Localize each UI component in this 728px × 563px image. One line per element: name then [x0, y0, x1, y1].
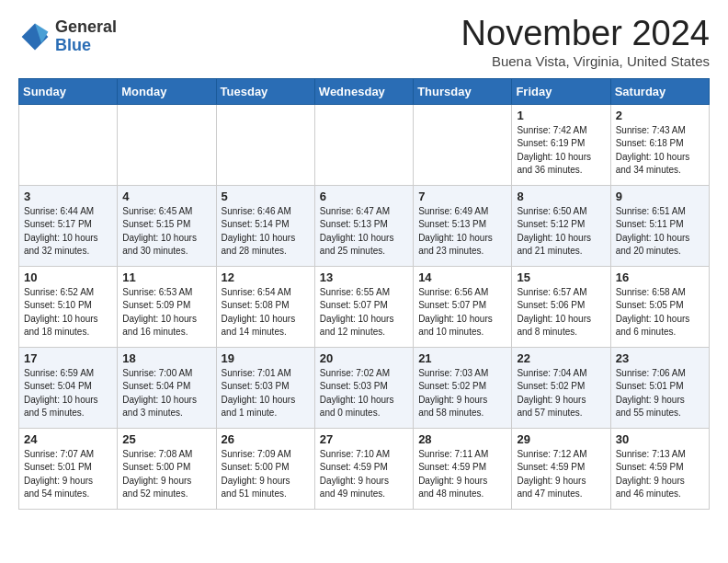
page: General Blue November 2024 Buena Vista, … [0, 0, 728, 524]
day-number: 25 [122, 432, 210, 446]
day-info: Sunrise: 7:07 AM Sunset: 5:01 PM Dayligh… [24, 448, 112, 501]
day-cell [216, 104, 314, 185]
day-number: 10 [24, 270, 112, 284]
day-cell: 2Sunrise: 7:43 AM Sunset: 6:18 PM Daylig… [610, 104, 709, 185]
col-header-sunday: Sunday [19, 78, 118, 104]
day-info: Sunrise: 6:49 AM Sunset: 5:13 PM Dayligh… [418, 205, 506, 259]
day-cell: 4Sunrise: 6:45 AM Sunset: 5:15 PM Daylig… [118, 185, 216, 266]
day-cell: 19Sunrise: 7:01 AM Sunset: 5:03 PM Dayli… [216, 347, 314, 428]
logo-icon [18, 20, 51, 53]
day-info: Sunrise: 7:01 AM Sunset: 5:03 PM Dayligh… [222, 367, 310, 420]
day-cell: 10Sunrise: 6:52 AM Sunset: 5:10 PM Dayli… [19, 266, 118, 347]
day-info: Sunrise: 7:42 AM Sunset: 6:19 PM Dayligh… [517, 124, 605, 178]
day-cell: 12Sunrise: 6:54 AM Sunset: 5:08 PM Dayli… [216, 266, 314, 347]
day-cell: 30Sunrise: 7:13 AM Sunset: 4:59 PM Dayli… [610, 428, 709, 509]
col-header-saturday: Saturday [610, 78, 709, 104]
day-info: Sunrise: 6:46 AM Sunset: 5:14 PM Dayligh… [222, 205, 310, 259]
day-number: 29 [517, 432, 605, 446]
day-number: 9 [616, 190, 704, 203]
day-number: 20 [320, 351, 408, 365]
day-cell: 24Sunrise: 7:07 AM Sunset: 5:01 PM Dayli… [19, 428, 118, 509]
col-header-friday: Friday [512, 78, 610, 104]
day-number: 30 [616, 432, 704, 446]
day-info: Sunrise: 6:51 AM Sunset: 5:11 PM Dayligh… [616, 205, 704, 259]
day-number: 21 [418, 351, 506, 365]
day-number: 5 [222, 190, 310, 203]
day-info: Sunrise: 7:02 AM Sunset: 5:03 PM Dayligh… [320, 367, 408, 420]
day-cell: 5Sunrise: 6:46 AM Sunset: 5:14 PM Daylig… [216, 185, 314, 266]
day-info: Sunrise: 7:04 AM Sunset: 5:02 PM Dayligh… [517, 367, 605, 420]
week-row-3: 10Sunrise: 6:52 AM Sunset: 5:10 PM Dayli… [19, 266, 710, 347]
day-number: 19 [222, 351, 310, 365]
day-cell: 3Sunrise: 6:44 AM Sunset: 5:17 PM Daylig… [19, 185, 118, 266]
day-info: Sunrise: 7:10 AM Sunset: 4:59 PM Dayligh… [320, 448, 408, 501]
main-title: November 2024 [461, 15, 710, 53]
day-cell: 6Sunrise: 6:47 AM Sunset: 5:13 PM Daylig… [314, 185, 413, 266]
day-cell: 8Sunrise: 6:50 AM Sunset: 5:12 PM Daylig… [512, 185, 610, 266]
day-number: 6 [320, 190, 408, 203]
day-number: 11 [122, 270, 210, 284]
day-info: Sunrise: 7:12 AM Sunset: 4:59 PM Dayligh… [517, 448, 605, 501]
day-cell: 13Sunrise: 6:55 AM Sunset: 5:07 PM Dayli… [314, 266, 413, 347]
day-cell: 17Sunrise: 6:59 AM Sunset: 5:04 PM Dayli… [19, 347, 118, 428]
day-cell: 29Sunrise: 7:12 AM Sunset: 4:59 PM Dayli… [512, 428, 610, 509]
logo-general-text: General [55, 18, 117, 37]
day-cell: 11Sunrise: 6:53 AM Sunset: 5:09 PM Dayli… [118, 266, 216, 347]
header-row: SundayMondayTuesdayWednesdayThursdayFrid… [19, 78, 710, 104]
day-number: 26 [222, 432, 310, 446]
day-cell: 28Sunrise: 7:11 AM Sunset: 4:59 PM Dayli… [414, 428, 512, 509]
day-info: Sunrise: 7:11 AM Sunset: 4:59 PM Dayligh… [418, 448, 506, 501]
day-info: Sunrise: 7:08 AM Sunset: 5:00 PM Dayligh… [122, 448, 210, 501]
day-cell: 14Sunrise: 6:56 AM Sunset: 5:07 PM Dayli… [414, 266, 512, 347]
col-header-monday: Monday [118, 78, 216, 104]
day-cell: 7Sunrise: 6:49 AM Sunset: 5:13 PM Daylig… [414, 185, 512, 266]
logo-blue-text: Blue [55, 37, 117, 55]
day-number: 12 [222, 270, 310, 284]
day-info: Sunrise: 6:59 AM Sunset: 5:04 PM Dayligh… [24, 367, 112, 420]
day-number: 16 [616, 270, 704, 284]
day-number: 22 [517, 351, 605, 365]
day-number: 15 [517, 270, 605, 284]
day-info: Sunrise: 7:06 AM Sunset: 5:01 PM Dayligh… [616, 367, 704, 420]
day-cell [19, 104, 118, 185]
day-info: Sunrise: 6:47 AM Sunset: 5:13 PM Dayligh… [320, 205, 408, 259]
day-cell: 15Sunrise: 6:57 AM Sunset: 5:06 PM Dayli… [512, 266, 610, 347]
day-number: 14 [418, 270, 506, 284]
day-info: Sunrise: 7:13 AM Sunset: 4:59 PM Dayligh… [616, 448, 704, 501]
day-info: Sunrise: 7:43 AM Sunset: 6:18 PM Dayligh… [616, 124, 704, 178]
day-info: Sunrise: 6:52 AM Sunset: 5:10 PM Dayligh… [24, 286, 112, 339]
day-cell: 23Sunrise: 7:06 AM Sunset: 5:01 PM Dayli… [610, 347, 709, 428]
day-number: 24 [24, 432, 112, 446]
day-info: Sunrise: 6:58 AM Sunset: 5:05 PM Dayligh… [616, 286, 704, 339]
day-cell: 20Sunrise: 7:02 AM Sunset: 5:03 PM Dayli… [314, 347, 413, 428]
day-number: 2 [616, 109, 704, 122]
day-info: Sunrise: 6:45 AM Sunset: 5:15 PM Dayligh… [122, 205, 210, 259]
day-cell [118, 104, 216, 185]
week-row-1: 1Sunrise: 7:42 AM Sunset: 6:19 PM Daylig… [19, 104, 710, 185]
day-cell [414, 104, 512, 185]
day-info: Sunrise: 6:50 AM Sunset: 5:12 PM Dayligh… [517, 205, 605, 259]
day-cell: 22Sunrise: 7:04 AM Sunset: 5:02 PM Dayli… [512, 347, 610, 428]
day-cell: 16Sunrise: 6:58 AM Sunset: 5:05 PM Dayli… [610, 266, 709, 347]
day-number: 3 [24, 190, 112, 203]
subtitle: Buena Vista, Virginia, United States [461, 53, 710, 69]
day-cell: 26Sunrise: 7:09 AM Sunset: 5:00 PM Dayli… [216, 428, 314, 509]
logo-text: General Blue [55, 18, 117, 55]
day-cell: 21Sunrise: 7:03 AM Sunset: 5:02 PM Dayli… [414, 347, 512, 428]
title-block: November 2024 Buena Vista, Virginia, Uni… [461, 15, 710, 69]
week-row-4: 17Sunrise: 6:59 AM Sunset: 5:04 PM Dayli… [19, 347, 710, 428]
col-header-thursday: Thursday [414, 78, 512, 104]
day-number: 8 [517, 190, 605, 203]
calendar-table: SundayMondayTuesdayWednesdayThursdayFrid… [18, 78, 710, 510]
week-row-5: 24Sunrise: 7:07 AM Sunset: 5:01 PM Dayli… [19, 428, 710, 509]
day-cell: 9Sunrise: 6:51 AM Sunset: 5:11 PM Daylig… [610, 185, 709, 266]
day-number: 13 [320, 270, 408, 284]
header: General Blue November 2024 Buena Vista, … [18, 15, 710, 69]
day-number: 28 [418, 432, 506, 446]
day-number: 4 [122, 190, 210, 203]
day-cell: 25Sunrise: 7:08 AM Sunset: 5:00 PM Dayli… [118, 428, 216, 509]
logo: General Blue [18, 18, 117, 55]
day-cell: 1Sunrise: 7:42 AM Sunset: 6:19 PM Daylig… [512, 104, 610, 185]
day-info: Sunrise: 6:54 AM Sunset: 5:08 PM Dayligh… [222, 286, 310, 339]
day-info: Sunrise: 7:03 AM Sunset: 5:02 PM Dayligh… [418, 367, 506, 420]
